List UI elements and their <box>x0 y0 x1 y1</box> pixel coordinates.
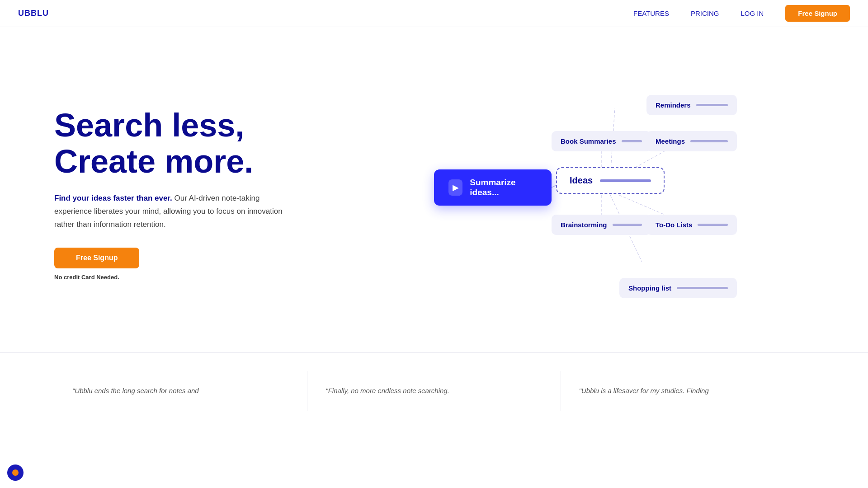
testimonial-text-2: "Finally, no more endless note searching… <box>326 385 542 396</box>
shopping-bar <box>677 287 728 289</box>
ideas-bar <box>600 179 651 182</box>
hero-section: Search less, Create more. Find your idea… <box>0 27 868 352</box>
todo-label: To-Do Lists <box>656 221 692 229</box>
book-summaries-node: Book Summaries <box>552 131 651 151</box>
testimonial-card-1: "Ubblu ends the long search for notes an… <box>54 371 307 411</box>
meetings-node: Meetings <box>646 131 737 151</box>
nav-link-login[interactable]: LOG IN <box>741 9 764 17</box>
meetings-label: Meetings <box>656 137 685 145</box>
navbar: UBBLU FEATURES PRICING LOG IN Free Signu… <box>0 0 868 27</box>
testimonial-card-2: "Finally, no more endless note searching… <box>307 371 561 411</box>
shopping-node: Shopping list <box>619 278 737 298</box>
todo-node: To-Do Lists <box>646 215 737 235</box>
todo-bar <box>698 224 728 226</box>
nav-logo: UBBLU <box>18 9 49 18</box>
hero-signup-button[interactable]: Free Signup <box>54 248 139 268</box>
hero-diagram: ▶ Summarize ideas... Ideas Reminders Boo… <box>326 77 814 312</box>
shopping-label: Shopping list <box>628 284 671 292</box>
ideas-label: Ideas <box>570 175 593 186</box>
reminders-node: Reminders <box>646 95 737 115</box>
nav-links: FEATURES PRICING LOG IN Free Signup <box>633 5 850 22</box>
central-node-label: Summarize ideas... <box>470 178 537 197</box>
book-summaries-label: Book Summaries <box>561 137 616 145</box>
testimonials-section: "Ubblu ends the long search for notes an… <box>0 352 868 429</box>
ideas-node: Ideas <box>556 167 665 194</box>
no-credit-card-label: No credit Card Needed. <box>54 274 119 281</box>
hero-left: Search less, Create more. Find your idea… <box>54 108 326 281</box>
floating-icon[interactable] <box>7 465 24 481</box>
diagram-container: ▶ Summarize ideas... Ideas Reminders Boo… <box>398 86 741 303</box>
testimonial-card-3: "Ubblu is a lifesaver for my studies. Fi… <box>561 371 814 411</box>
nav-link-features[interactable]: FEATURES <box>633 9 669 17</box>
svg-line-0 <box>552 185 556 188</box>
play-icon: ▶ <box>448 179 462 196</box>
central-node: ▶ Summarize ideas... <box>434 169 552 206</box>
nav-signup-button[interactable]: Free Signup <box>785 5 850 22</box>
nav-link-pricing[interactable]: PRICING <box>691 9 719 17</box>
testimonial-text-1: "Ubblu ends the long search for notes an… <box>72 385 289 396</box>
hero-description: Find your ideas faster than ever. Our AI… <box>54 192 289 231</box>
brainstorming-bar <box>613 224 642 226</box>
hero-headline: Search less, Create more. <box>54 108 298 179</box>
book-summaries-bar <box>622 140 642 142</box>
brainstorming-node: Brainstorming <box>552 215 651 235</box>
testimonial-text-3: "Ubblu is a lifesaver for my studies. Fi… <box>579 385 796 396</box>
brainstorming-label: Brainstorming <box>561 221 607 229</box>
meetings-bar <box>690 140 728 142</box>
floating-icon-inner <box>12 469 19 476</box>
reminders-label: Reminders <box>656 101 691 109</box>
reminders-bar <box>696 104 728 106</box>
